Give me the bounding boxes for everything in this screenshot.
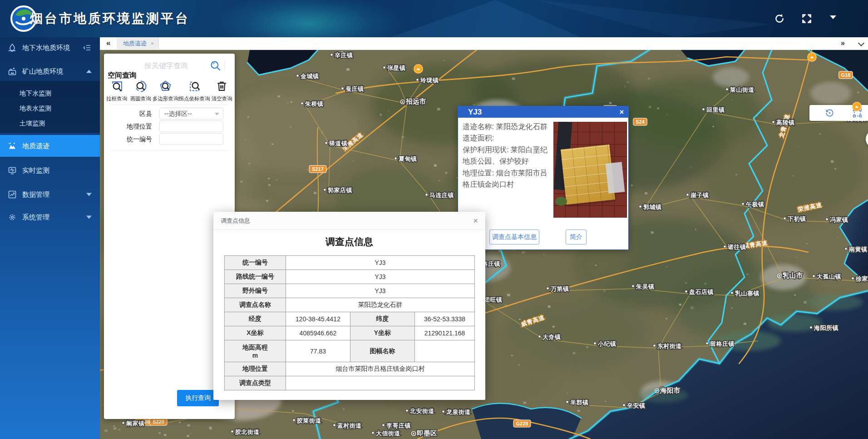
town-label: 留格庄镇 — [706, 340, 735, 347]
popup-field: 遗迹名称: 莱阳恐龙化石群 — [463, 121, 554, 132]
sidebar-subitem[interactable]: 地表水监测 — [20, 101, 51, 116]
sidebar-item-groundwater-env[interactable]: 地下水地质环境 — [0, 38, 100, 58]
execute-query-button[interactable]: 执行查询 — [177, 390, 219, 406]
intro-button[interactable]: 简介 — [566, 229, 587, 244]
form-input[interactable] — [159, 133, 223, 145]
popup-field: 地理位置: 烟台市莱阳市吕格庄镇金岗口村 — [463, 167, 554, 190]
table-value-cell: YJ3 — [286, 284, 475, 298]
modal-title: 调查点信息 — [221, 217, 250, 225]
svg-text:玲珑镇: 玲珑镇 — [420, 77, 439, 84]
svg-text:S24: S24 — [636, 119, 645, 125]
modal-heading: 调查点信息 — [213, 235, 485, 248]
town-label: 乳山寨镇 — [731, 290, 760, 297]
sidebar-subitem[interactable]: 土壤监测 — [20, 116, 45, 131]
fullscreen-icon[interactable] — [801, 13, 813, 25]
tabbar-dropdown-icon[interactable] — [858, 40, 864, 46]
modal-close-icon[interactable]: × — [473, 216, 478, 226]
cluster-marker[interactable] — [807, 52, 817, 62]
tabbar-collapse-icon[interactable]: « — [106, 39, 110, 48]
svg-text:S217: S217 — [312, 166, 324, 172]
tool-corner-search[interactable]: 拐点坐标查询 — [179, 80, 210, 102]
svg-text:招远市: 招远市 — [405, 98, 426, 105]
tool-trash[interactable]: 清空查询 — [210, 80, 234, 102]
svg-text:回里镇: 回里镇 — [706, 106, 725, 113]
table-label-cell: 调查点类型 — [225, 376, 286, 390]
survey-point-modal: 调查点信息 × 调查点信息 统一编号YJ3路线统一编号YJ3野外编号YJ3调查点… — [213, 212, 485, 400]
svg-text:蓝村街道: 蓝村街道 — [337, 422, 362, 429]
app: 烟台市地质环境监测平台 地下水地质环境矿山地质环境地下水监测地表水监测土壤监测地… — [0, 0, 868, 439]
menu-collapse-icon[interactable] — [83, 43, 92, 52]
tab-geo-heritage[interactable]: 地质遗迹 × — [117, 37, 159, 50]
tabbar-expand-icon[interactable]: » — [841, 39, 845, 47]
table-label-cell: 路线统一编号 — [225, 270, 286, 284]
svg-text:阚家镇: 阚家镇 — [126, 420, 145, 427]
header-dropdown-caret-icon[interactable] — [830, 15, 836, 19]
cluster-marker[interactable] — [852, 102, 862, 111]
refresh-icon[interactable] — [774, 13, 785, 25]
tool-circle-search[interactable]: 画圆查询 — [129, 80, 153, 102]
popup-close-icon[interactable]: × — [620, 108, 624, 116]
site-photo[interactable] — [553, 122, 627, 218]
survey-point-info-button[interactable]: 调查点基本信息 — [489, 229, 539, 244]
table-label-cell: X坐标 — [225, 326, 286, 340]
table-value-cell: 120-38-45.4412 — [286, 312, 350, 326]
sidebar-item-data-mgmt[interactable]: 数据管理 — [0, 185, 100, 205]
tool-polygon-search[interactable]: 多边形查询 — [153, 80, 179, 102]
tab-close-icon[interactable]: × — [151, 40, 154, 47]
popup-fields: 遗迹名称: 莱阳恐龙化石群遗迹面积: 保护利用现状: 莱阳白垩纪地质公园、保护较… — [463, 121, 554, 190]
town-label: 大信街道 — [372, 430, 400, 437]
town-label: 胶北街道 — [231, 429, 260, 435]
sidebar-item-label: 地下水地质环境 — [22, 44, 70, 52]
polygon-search-icon — [159, 80, 172, 92]
svg-text:乳山寨镇: 乳山寨镇 — [735, 290, 760, 297]
sidebar-subitem[interactable]: 地下水监测 — [20, 86, 51, 101]
svg-text:万第镇: 万第镇 — [550, 285, 569, 292]
search-icon[interactable] — [209, 60, 222, 72]
table-value-cell: 77.83 — [286, 340, 350, 362]
town-label: 北安街道 — [406, 408, 434, 414]
tool-label: 多边形查询 — [153, 95, 179, 102]
table-value-cell: YJ3 — [286, 270, 475, 284]
sidebar-item-mine-env[interactable]: 矿山地质环境 — [0, 61, 100, 81]
svg-text:张星镇: 张星镇 — [387, 65, 406, 71]
road-shield: S217 — [309, 165, 326, 173]
sidebar-item-sys-mgmt[interactable]: 系统管理 — [0, 207, 100, 227]
divider — [225, 60, 225, 71]
svg-text:郭家店镇: 郭家店镇 — [327, 187, 352, 194]
sidebar-nav: 地下水地质环境矿山地质环境地下水监测地表水监测土壤监测地质遗迹实时监测数据管理系… — [0, 37, 100, 439]
table-value-cell — [415, 340, 475, 362]
sidebar-item-realtime-monitor[interactable]: 实时监测 — [0, 160, 100, 180]
svg-text:马连庄镇: 马连庄镇 — [429, 192, 454, 199]
sidebar-item-label: 地质遗迹 — [22, 142, 49, 150]
form-label: 区县 — [108, 108, 152, 120]
svg-text:南黄镇: 南黄镇 — [848, 246, 868, 253]
sidebar-item-geo-heritage[interactable]: 地质遗迹 — [0, 135, 100, 157]
road-shield: G228 — [513, 420, 531, 427]
tool-rect-search[interactable]: 拉框查询 — [105, 80, 129, 102]
table-value-cell: 莱阳恐龙化石群 — [286, 298, 475, 312]
history-rotate-icon[interactable] — [824, 108, 835, 118]
town-label: 大孤山镇 — [813, 273, 841, 280]
svg-text:龙泉街道: 龙泉街道 — [446, 409, 471, 415]
town-label: 蓝村街道 — [333, 422, 362, 429]
table-value-cell: 36-52-53.3338 — [415, 312, 475, 326]
sidebar-item-label: 实时监测 — [22, 166, 49, 175]
monitor-icon — [8, 166, 17, 175]
table-label-cell: 地理位置 — [225, 362, 286, 376]
header-decor-triangle — [390, 0, 581, 37]
svg-text:海阳市: 海阳市 — [660, 387, 681, 394]
divider — [110, 105, 228, 105]
svg-text:留格庄镇: 留格庄镇 — [710, 340, 735, 347]
trash-icon — [216, 80, 228, 92]
svg-text:东村街道: 东村街道 — [657, 343, 682, 349]
select-caret-icon — [215, 113, 219, 115]
cluster-marker[interactable] — [414, 64, 423, 74]
form-input[interactable] — [159, 120, 223, 132]
svg-text:朱桥镇: 朱桥镇 — [305, 100, 324, 107]
gear-icon — [8, 213, 17, 222]
tab-label: 地质遗迹 — [123, 40, 147, 48]
svg-text:李哥庄镇: 李哥庄镇 — [386, 422, 411, 429]
tool-label: 画圆查询 — [130, 95, 151, 102]
district-select[interactable]: --选择区-- — [159, 108, 223, 120]
spatial-query-tools: 拉框查询画圆查询多边形查询拐点坐标查询清空查询 — [105, 80, 234, 102]
